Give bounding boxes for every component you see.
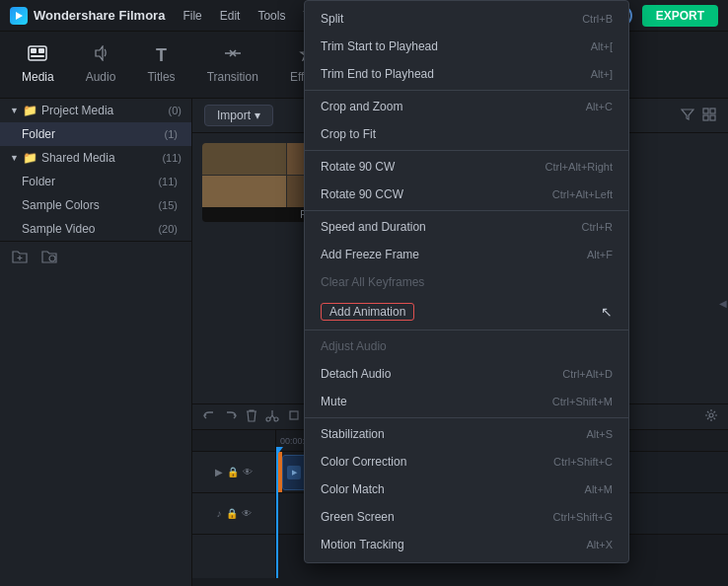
project-folder-item[interactable]: Folder (1): [0, 122, 191, 146]
resize-handle[interactable]: ◀: [718, 178, 728, 428]
audio-icon: [92, 45, 109, 66]
ctx-label-trim-start: Trim Start to Playhead: [321, 39, 438, 53]
project-media-section[interactable]: ▼ 📁 Project Media (0): [0, 99, 191, 122]
ctx-label-detach-audio: Detach Audio: [321, 367, 391, 381]
menu-bar: File Edit Tools Vi...: [182, 9, 324, 23]
ctx-item-rotate-cw[interactable]: Rotate 90 CW Ctrl+Alt+Right: [305, 153, 628, 181]
chevron-down-icon-2: ▼: [10, 153, 19, 163]
ctx-label-rotate-ccw: Rotate 90 CCW: [321, 187, 403, 201]
context-menu-divider: [305, 90, 628, 91]
tab-media[interactable]: Media: [8, 37, 68, 92]
ctx-shortcut-motion-tracking: Alt+X: [586, 539, 613, 550]
menu-tools[interactable]: Tools: [257, 9, 285, 23]
ctx-item-trim-start[interactable]: Trim Start to Playhead Alt+[: [305, 33, 628, 60]
track-label-1: ▶ 🔒 👁: [192, 452, 275, 493]
ctx-item-mute[interactable]: Mute Ctrl+Shift+M: [305, 388, 628, 415]
filter-icon[interactable]: [681, 108, 694, 124]
ctx-shortcut-detach-audio: Ctrl+Alt+D: [562, 368, 613, 380]
context-menu-divider: [305, 210, 628, 211]
ctx-item-trim-end[interactable]: Trim End to Playhead Alt+]: [305, 60, 628, 88]
lock-icon-track[interactable]: 🔒: [227, 467, 239, 477]
undo-icon[interactable]: [202, 409, 216, 425]
settings-icon[interactable]: [704, 408, 718, 425]
tab-titles-label: Titles: [147, 70, 175, 84]
ctx-shortcut-green-screen: Ctrl+Shift+G: [552, 511, 613, 523]
redo-icon[interactable]: [224, 409, 238, 425]
project-media-label: Project Media: [41, 104, 113, 117]
ctx-item-freeze[interactable]: Add Freeze Frame Alt+F: [305, 241, 628, 268]
sample-colors-item[interactable]: Sample Colors (15): [0, 193, 191, 217]
ctx-item-color-correction[interactable]: Color Correction Ctrl+Shift+C: [305, 448, 628, 476]
ctx-cursor-icon: ↖: [601, 304, 613, 320]
new-folder-icon[interactable]: [12, 250, 28, 266]
menu-edit[interactable]: Edit: [220, 9, 241, 23]
import-button[interactable]: Import ▾: [204, 105, 273, 126]
import-chevron: ▾: [255, 109, 260, 122]
ctx-label-split: Split: [321, 12, 343, 26]
ctx-label-color-match: Color Match: [321, 482, 385, 496]
eye-icon-track[interactable]: 👁: [243, 467, 253, 477]
svg-rect-12: [710, 115, 715, 120]
ctx-label-adjust-audio: Adjust Audio: [321, 339, 387, 353]
ctx-shortcut-freeze: Alt+F: [587, 249, 613, 260]
tab-transition-label: Transition: [207, 70, 258, 84]
ctx-label-color-correction: Color Correction: [321, 455, 406, 469]
tab-audio[interactable]: Audio: [72, 37, 130, 92]
tab-transition[interactable]: Transition: [193, 37, 272, 92]
ctx-label-crop-fit: Crop to Fit: [321, 127, 376, 141]
ctx-item-split[interactable]: Split Ctrl+B: [305, 5, 628, 33]
ctx-shortcut-color-correction: Ctrl+Shift+C: [553, 456, 613, 468]
sample-video-count: (20): [158, 223, 178, 235]
context-menu-divider: [305, 417, 628, 418]
sidebar-bottom-icons: [0, 241, 191, 274]
tab-titles[interactable]: T Titles: [133, 37, 188, 92]
ctx-item-detach-audio[interactable]: Detach Audio Ctrl+Alt+D: [305, 360, 628, 388]
sample-colors-label: Sample Colors: [22, 198, 100, 212]
shared-media-label: Shared Media: [41, 151, 115, 165]
ctx-item-crop-fit[interactable]: Crop to Fit: [305, 120, 628, 148]
ctx-item-motion-tracking[interactable]: Motion Tracking Alt+X: [305, 531, 628, 558]
eye-icon-audio[interactable]: 👁: [242, 508, 252, 519]
folder-icon: 📁: [23, 104, 37, 117]
sidebar: ▼ 📁 Project Media (0) Folder (1) ▼ 📁 Sha…: [0, 99, 192, 586]
ctx-item-add-anim[interactable]: Add Animation ↖: [305, 296, 628, 328]
shared-folder-item[interactable]: Folder (11): [0, 170, 191, 193]
crop-icon[interactable]: [287, 408, 301, 425]
app-name: Wondershare Filmora: [34, 8, 165, 23]
ctx-item-rotate-ccw[interactable]: Rotate 90 CCW Ctrl+Alt+Left: [305, 181, 628, 208]
svg-rect-5: [38, 48, 44, 53]
menu-file[interactable]: File: [182, 9, 201, 23]
svg-marker-0: [16, 12, 23, 20]
ctx-item-crop-zoom[interactable]: Crop and Zoom Alt+C: [305, 93, 628, 120]
ctx-shortcut-rotate-cw: Ctrl+Alt+Right: [546, 161, 613, 173]
playhead[interactable]: [276, 452, 278, 578]
shared-media-section[interactable]: ▼ 📁 Shared Media (11): [0, 146, 191, 170]
folder-count: (1): [165, 128, 178, 140]
play-icon-track: ▶: [215, 467, 223, 477]
cut-icon[interactable]: [265, 408, 279, 425]
sample-video-item[interactable]: Sample Video (20): [0, 217, 191, 241]
ctx-shortcut-rotate-ccw: Ctrl+Alt+Left: [552, 188, 613, 200]
lock-icon-audio[interactable]: 🔒: [226, 508, 238, 519]
add-smart-folder-icon[interactable]: [41, 250, 57, 266]
grid-icon[interactable]: [702, 108, 716, 124]
shared-folder-label: Folder: [22, 175, 55, 188]
svg-rect-15: [290, 411, 298, 419]
context-menu: Split Ctrl+B Trim Start to Playhead Alt+…: [304, 0, 629, 563]
ctx-label-mute: Mute: [321, 395, 347, 408]
svg-rect-6: [31, 55, 44, 57]
svg-rect-10: [710, 109, 715, 113]
svg-point-8: [49, 256, 55, 261]
ctx-item-stabilization[interactable]: Stabilization Alt+S: [305, 420, 628, 448]
chevron-down-icon: ▼: [10, 106, 19, 115]
ctx-shortcut-color-match: Alt+M: [585, 483, 613, 495]
ctx-item-color-match[interactable]: Color Match Alt+M: [305, 476, 628, 503]
export-button[interactable]: EXPORT: [642, 5, 718, 27]
audio-track-icon: ♪: [217, 508, 222, 519]
ctx-item-speed[interactable]: Speed and Duration Ctrl+R: [305, 213, 628, 241]
delete-icon[interactable]: [246, 408, 257, 425]
ctx-item-green-screen[interactable]: Green Screen Ctrl+Shift+G: [305, 503, 628, 531]
svg-rect-11: [703, 115, 708, 120]
ctx-item-adjust-audio: Adjust Audio: [305, 332, 628, 360]
ctx-item-clear-kf: Clear All Keyframes: [305, 268, 628, 296]
